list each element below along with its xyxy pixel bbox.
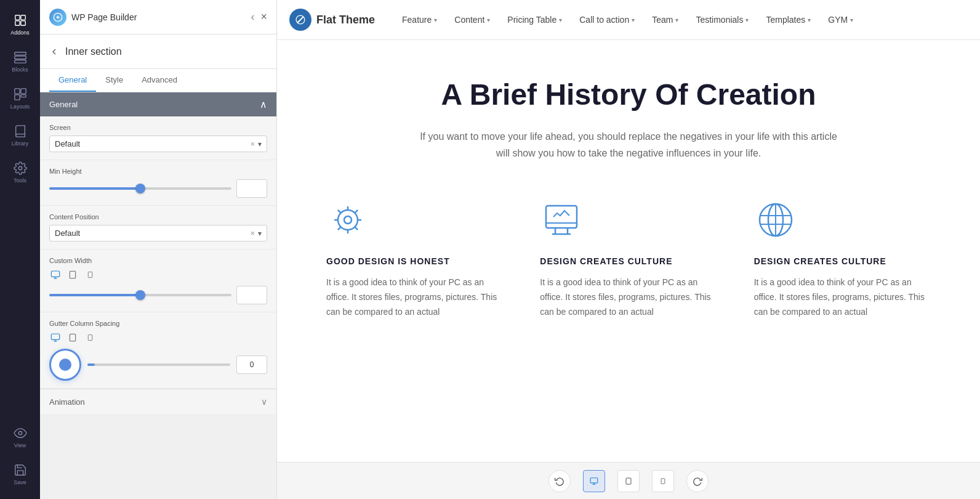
animation-toggle-icon[interactable]: ∨ — [261, 397, 267, 407]
card-2-title: DESIGN CREATES CULTURE — [540, 256, 717, 266]
min-height-track — [49, 187, 231, 190]
nav-items: Feature ▾ Content ▾ Pricing Table ▾ Call… — [393, 0, 862, 40]
tab-style[interactable]: Style — [96, 69, 132, 92]
svg-line-34 — [338, 210, 341, 213]
panel-content: General ∧ Screen Default × ▾ Min Height — [40, 92, 276, 499]
bottom-tablet-button[interactable] — [617, 470, 640, 492]
tab-general[interactable]: General — [49, 69, 96, 92]
nav-item-cta-label: Call to action — [579, 15, 629, 25]
nav-item-cta[interactable]: Call to action ▾ — [571, 0, 643, 40]
svg-rect-53 — [661, 478, 665, 483]
nav-item-team[interactable]: Team ▾ — [643, 0, 687, 40]
sidebar-item-tools[interactable]: Tools — [0, 154, 40, 191]
nav-item-feature[interactable]: Feature ▾ — [393, 0, 446, 40]
panel-title: Inner section — [65, 46, 122, 57]
min-height-thumb[interactable] — [135, 184, 145, 193]
content-position-select[interactable]: Default × ▾ — [49, 225, 267, 241]
gutter-thumb-inner — [59, 359, 71, 371]
screen-label: Screen — [49, 124, 267, 131]
nav-item-content[interactable]: Content ▾ — [446, 0, 499, 40]
gutter-input[interactable]: 0 — [236, 355, 267, 374]
nav-item-testimonials[interactable]: Testimonials ▾ — [687, 0, 757, 40]
gutter-device-row — [49, 331, 267, 344]
gutter-mobile-icon[interactable] — [84, 331, 96, 344]
general-section-toggle[interactable]: ∧ — [260, 99, 267, 110]
card-1-icon — [326, 198, 369, 241]
nav-item-templates-label: Templates — [766, 15, 805, 25]
sidebar-item-view[interactable]: View — [0, 419, 40, 456]
custom-width-slider[interactable] — [49, 289, 231, 301]
svg-line-35 — [355, 227, 358, 230]
panel-close-button[interactable]: × — [260, 10, 267, 23]
tablet-icon[interactable] — [66, 269, 79, 281]
svg-rect-9 — [14, 95, 19, 100]
desktop-icon[interactable] — [49, 269, 62, 281]
undo-button[interactable] — [548, 470, 571, 492]
animation-section[interactable]: Animation ∨ — [40, 389, 276, 414]
nav-item-content-chevron: ▾ — [487, 17, 490, 23]
animation-label: Animation — [49, 397, 85, 407]
svg-rect-19 — [88, 272, 92, 277]
nav-item-content-label: Content — [454, 15, 484, 25]
sidebar-item-layouts[interactable]: Layouts — [0, 80, 40, 117]
panel-header: Inner section — [40, 34, 276, 69]
svg-point-28 — [338, 210, 358, 230]
content-position-clear-icon[interactable]: × — [250, 229, 255, 238]
screen-clear-icon[interactable]: × — [250, 139, 255, 148]
card-1: GOOD DESIGN IS HONEST It is a good idea … — [326, 198, 503, 319]
screen-dropdown-icon[interactable]: ▾ — [258, 140, 262, 148]
sidebar-item-addons[interactable]: Addons — [0, 6, 40, 43]
tab-advanced[interactable]: Advanced — [132, 69, 187, 92]
mobile-icon[interactable] — [84, 269, 96, 281]
svg-rect-10 — [20, 95, 25, 97]
panel-collapse-button[interactable]: ‹ — [251, 10, 254, 23]
card-3: DESIGN CREATES CULTURE It is a good idea… — [754, 198, 931, 319]
gutter-field-group: Gutter Column Spacing — [40, 312, 276, 389]
general-section-title: General — [49, 100, 78, 109]
nav-item-templates[interactable]: Templates ▾ — [757, 0, 819, 40]
card-3-icon — [754, 198, 797, 241]
svg-rect-17 — [70, 271, 75, 278]
redo-button[interactable] — [686, 470, 709, 492]
min-height-input[interactable] — [236, 179, 267, 198]
sidebar-item-save[interactable]: Save — [0, 456, 40, 493]
svg-rect-3 — [20, 21, 25, 25]
content-area: A Brief History Of Creation If you want … — [277, 40, 980, 462]
sidebar-item-library[interactable]: Library — [0, 117, 40, 154]
card-1-text: It is a good idea to think of your PC as… — [326, 275, 503, 319]
bottom-desktop-button[interactable] — [583, 470, 605, 492]
content-position-label: Content Position — [49, 213, 267, 221]
gutter-desktop-icon[interactable] — [49, 331, 62, 344]
content-position-dropdown-icon[interactable]: ▾ — [258, 229, 262, 238]
svg-rect-14 — [51, 271, 59, 277]
wp-header: WP Page Builder ‹ × — [40, 0, 276, 34]
bottom-mobile-button[interactable] — [652, 470, 674, 492]
min-height-field-group: Min Height — [40, 160, 276, 206]
gutter-circular-thumb[interactable] — [49, 349, 81, 381]
gutter-slider-row: 0 — [49, 349, 267, 381]
svg-rect-24 — [70, 334, 75, 341]
nav-item-gym[interactable]: GYM ▾ — [819, 0, 862, 40]
nav-item-feature-label: Feature — [402, 15, 432, 25]
sidebar-item-save-label: Save — [14, 479, 26, 485]
min-height-slider[interactable] — [49, 182, 231, 195]
hero-subtitle: If you want to move your life ahead, you… — [413, 128, 844, 161]
nav-logo[interactable]: Flat Theme — [289, 9, 375, 31]
nav-item-pricing[interactable]: Pricing Table ▾ — [499, 0, 571, 40]
screen-select[interactable]: Default × ▾ — [49, 136, 267, 152]
sidebar-item-blocks-label: Blocks — [12, 67, 28, 73]
gutter-fill — [87, 363, 95, 366]
svg-rect-2 — [15, 21, 19, 25]
custom-width-track — [49, 294, 231, 296]
main-area: Flat Theme Feature ▾ Content ▾ Pricing T… — [277, 0, 980, 499]
custom-width-input[interactable] — [236, 286, 267, 304]
bottom-bar — [277, 462, 980, 499]
sidebar-item-view-label: View — [14, 442, 26, 448]
svg-rect-6 — [14, 60, 25, 63]
custom-width-thumb[interactable] — [135, 290, 145, 300]
gutter-track — [87, 363, 230, 366]
back-button[interactable] — [49, 47, 59, 57]
sidebar-item-blocks[interactable]: Blocks — [0, 43, 40, 80]
card-2-icon — [540, 198, 583, 241]
gutter-tablet-icon[interactable] — [66, 331, 79, 344]
